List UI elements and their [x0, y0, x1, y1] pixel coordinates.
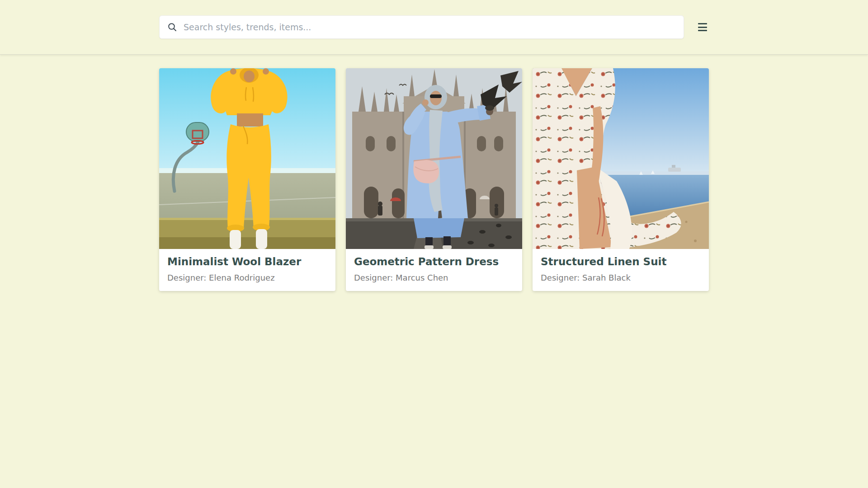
product-card[interactable]: Structured Linen Suit Designer: Sarah Bl… — [533, 68, 709, 291]
product-image — [159, 68, 335, 249]
hamburger-menu-icon — [698, 30, 707, 31]
hamburger-menu-icon — [698, 27, 707, 28]
search-icon — [168, 23, 177, 32]
product-title: Geometric Pattern Dress — [354, 255, 514, 269]
product-image — [533, 68, 709, 249]
product-title: Minimalist Wool Blazer — [167, 255, 327, 269]
card-body: Geometric Pattern Dress Designer: Marcus… — [346, 249, 522, 291]
search-box — [159, 15, 684, 39]
product-designer: Designer: Marcus Chen — [354, 273, 514, 283]
search-input[interactable] — [183, 22, 675, 33]
card-body: Structured Linen Suit Designer: Sarah Bl… — [533, 249, 709, 291]
product-designer: Designer: Elena Rodriguez — [167, 273, 327, 283]
product-title: Structured Linen Suit — [541, 255, 701, 269]
header — [0, 0, 868, 55]
hamburger-menu-button[interactable] — [696, 21, 709, 33]
header-inner — [159, 15, 709, 39]
product-image — [346, 68, 522, 249]
product-card[interactable]: Minimalist Wool Blazer Designer: Elena R… — [159, 68, 335, 291]
blue-coat-cathedral-illustration — [346, 68, 522, 249]
product-designer: Designer: Sarah Black — [541, 273, 701, 283]
yellow-tracksuit-illustration — [159, 68, 335, 249]
product-card[interactable]: Geometric Pattern Dress Designer: Marcus… — [346, 68, 522, 291]
floral-dress-seaside-illustration — [533, 68, 709, 249]
hamburger-menu-icon — [698, 23, 707, 24]
product-grid: Minimalist Wool Blazer Designer: Elena R… — [159, 68, 709, 291]
card-body: Minimalist Wool Blazer Designer: Elena R… — [159, 249, 335, 291]
